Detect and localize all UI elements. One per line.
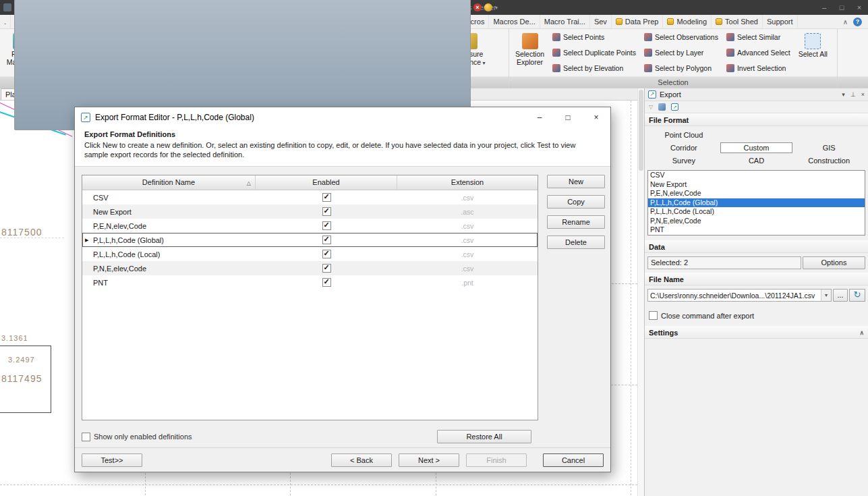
ribbon-small-button[interactable]: Select by Layer (642, 49, 720, 57)
column-header-definition-name[interactable]: Definition Name △ (82, 175, 256, 190)
file-format-list-item[interactable]: P,E,N,elev,Code (648, 189, 865, 198)
file-format-list-item[interactable]: CSV (648, 171, 865, 180)
file-format-category-tab[interactable]: GIS (792, 142, 865, 153)
file-format-category-tab[interactable]: CAD (720, 155, 793, 166)
ribbon-small-button[interactable]: Select Duplicate Points (550, 49, 638, 57)
pin-icon[interactable]: ⊥ (850, 90, 856, 99)
options-button[interactable]: Options (803, 256, 865, 269)
cancel-button[interactable]: Cancel (543, 453, 604, 467)
column-header-enabled[interactable]: Enabled (256, 175, 397, 190)
ribbon-small-button-label: Select Duplicate Points (563, 49, 636, 57)
ribbon-tab[interactable]: Data Prep (612, 15, 664, 28)
panel-menu-icon[interactable]: ▾ (842, 90, 845, 99)
dialog-close-button[interactable]: × (582, 107, 610, 128)
file-format-list-item[interactable]: P,L,L,h,Code (Local) (648, 207, 865, 217)
table-row[interactable]: ▶ PNT .pnt (82, 275, 538, 290)
test-button[interactable]: Test>> (82, 453, 142, 467)
help-icon[interactable]: ? (853, 18, 862, 26)
ribbon-small-button-icon (552, 64, 560, 72)
table-row[interactable]: ▶ New Export .asc (82, 204, 538, 219)
back-button[interactable]: < Back (331, 453, 392, 467)
ribbon-small-button[interactable]: Advanced Select (724, 49, 792, 57)
dialog-titlebar[interactable]: ↗ Export Format Editor - P,L,L,h,Code (G… (75, 107, 610, 128)
column-header-extension[interactable]: Extension (397, 175, 538, 190)
file-format-category-tab[interactable] (720, 130, 793, 140)
table-row[interactable]: ▶ P,N,E,elev,Code .csv (82, 261, 538, 275)
enabled-checkbox[interactable] (322, 193, 331, 202)
ribbon-small-button[interactable]: Select Observations (642, 33, 720, 41)
abort-icon[interactable]: × (473, 3, 482, 11)
ribbon-tab[interactable]: Tool Shed (712, 15, 763, 28)
export-panel-header[interactable]: ↗ Export ▾ ⊥ × (645, 88, 868, 101)
table-row[interactable]: ▶ P,L,L,h,Code (Global) .csv (82, 233, 538, 247)
enabled-checkbox[interactable] (322, 236, 331, 244)
enabled-checkbox[interactable] (322, 278, 331, 287)
ribbon-tab[interactable]: Support (763, 15, 798, 28)
settings-collapse-icon[interactable]: ∧ (859, 329, 864, 336)
file-path-combobox[interactable]: C:\Users\ronny.schneider\Downloa...\2011… (647, 289, 832, 302)
restore-all-button[interactable]: Restore All (437, 430, 531, 443)
ribbon-small-button[interactable]: Select by Elevation (550, 64, 638, 72)
close-window-button[interactable]: × (850, 0, 868, 15)
file-format-list-item[interactable]: P,L,L,h,Code (Global) (648, 198, 865, 208)
enabled-cell (256, 221, 397, 231)
app-icon (3, 3, 11, 11)
toolbar-export-icon[interactable]: ↗ (671, 103, 678, 111)
dialog-maximize-button[interactable]: □ (554, 107, 582, 128)
file-format-category-tab[interactable]: Survey (647, 155, 720, 166)
selection-explorer-button[interactable]: Selection Explorer (512, 30, 548, 75)
ribbon-small-button[interactable]: Invert Selection (724, 64, 792, 72)
minimize-button[interactable]: – (815, 0, 833, 15)
definition-name-cell: ▶ P,E,N,elev,Code (82, 222, 256, 230)
close-after-export-label: Close command after export (661, 312, 754, 320)
run-icon[interactable] (484, 3, 492, 11)
enabled-checkbox[interactable] (322, 221, 331, 230)
table-row[interactable]: ▶ P,E,N,elev,Code .csv (82, 219, 538, 233)
file-format-category-tab[interactable]: Construction (792, 155, 865, 166)
ribbon-small-button-icon (726, 33, 734, 41)
table-row[interactable]: ▶ P,L,L,h,Code (Local) .csv (82, 247, 538, 261)
ribbon-tab[interactable]: Modeling (663, 15, 712, 28)
scrollbar-thumb[interactable] (639, 90, 643, 171)
close-after-export-checkbox[interactable] (649, 311, 658, 320)
extension-cell: .csv (397, 222, 538, 230)
toolbar-view-icon[interactable] (658, 103, 666, 111)
toolbar-dropdown-icon[interactable]: ▽ (649, 104, 653, 110)
definition-action-button[interactable]: New (547, 175, 605, 188)
ribbon-tab[interactable]: Macro Trai... (540, 15, 590, 28)
definition-action-button[interactable]: Copy (547, 195, 605, 209)
show-only-enabled-checkbox[interactable] (82, 433, 90, 441)
file-format-category-tab[interactable]: Custom (720, 142, 793, 153)
enabled-checkbox[interactable] (322, 264, 331, 273)
dialog-minimize-button[interactable]: – (525, 107, 554, 128)
table-row[interactable]: ▶ CSV .csv (82, 190, 538, 204)
quick-access-dropdown-icon[interactable]: ▾ (495, 5, 498, 11)
file-format-category-tab[interactable]: Corridor (647, 142, 720, 153)
restore-button[interactable]: □ (833, 0, 850, 15)
browse-button[interactable]: ... (833, 289, 848, 302)
refresh-file-icon[interactable]: ↻ (849, 289, 865, 302)
file-format-category-tab[interactable] (792, 130, 865, 140)
file-format-list-item[interactable]: P,N,E,elev,Code (648, 217, 865, 226)
file-format-list-item[interactable]: New Export (648, 180, 865, 190)
file-name-row: C:\Users\ronny.schneider\Downloa...\2011… (645, 285, 868, 305)
ribbon-tab[interactable]: Sev (590, 15, 612, 28)
ribbon-small-button[interactable]: Select by Polygon (642, 64, 720, 72)
plan-view-scrollbar[interactable] (637, 88, 644, 496)
file-format-category-tab[interactable]: Point Cloud (647, 130, 720, 140)
next-button[interactable]: Next > (399, 453, 459, 467)
file-format-list-item[interactable]: PNT (648, 225, 865, 235)
plan-gridline-horizontal (0, 485, 637, 485)
enabled-checkbox[interactable] (322, 207, 331, 216)
ribbon-small-button[interactable]: Select Points (550, 33, 638, 41)
ribbon-small-button[interactable]: Select Similar (724, 33, 792, 41)
close-panel-icon[interactable]: × (861, 90, 865, 99)
definition-action-button[interactable]: Rename (547, 215, 605, 229)
window-titlebar[interactable]: × ▾ 201124JA1 - Trimble Business Center … (0, 0, 868, 15)
combo-dropdown-icon[interactable]: ▾ (821, 290, 831, 301)
file-format-category-grid: Point Cloud Corridor Custom GIS Survey C… (645, 126, 868, 169)
enabled-checkbox[interactable] (322, 250, 331, 258)
definition-action-button[interactable]: Delete (547, 236, 605, 249)
collapse-ribbon-icon[interactable]: ∧ (843, 18, 848, 26)
select-all-button[interactable]: Select All (795, 30, 831, 75)
